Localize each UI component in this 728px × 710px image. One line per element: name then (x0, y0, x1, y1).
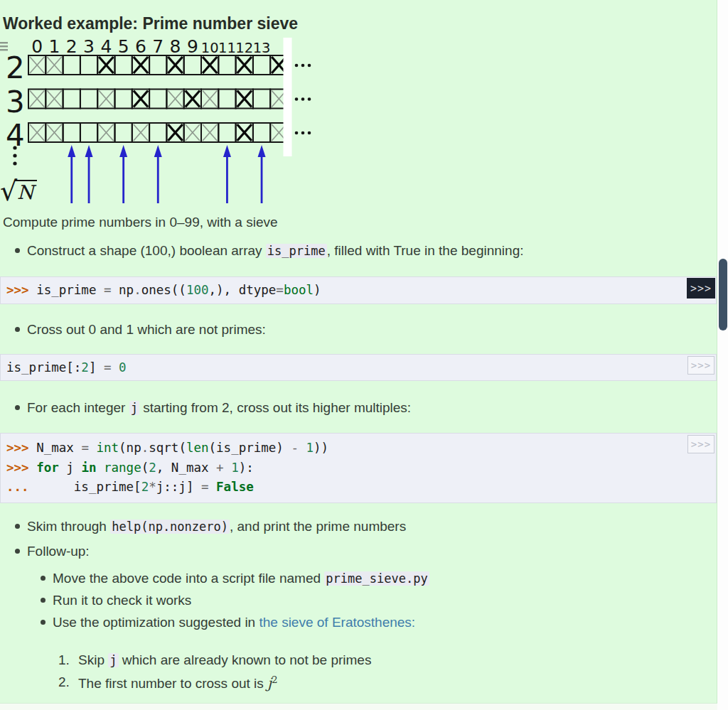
text-segment: Use the optimization suggested in (53, 615, 259, 630)
intro-text: Compute prime numbers in 0–99, with a si… (3, 215, 278, 230)
bullet-icon (41, 620, 46, 625)
list-item: Cross out 0 and 1 which are not primes: (27, 322, 688, 338)
svg-text:3: 3 (83, 36, 95, 57)
text-segment: Move the above code into a script file n… (53, 571, 324, 586)
toggle-prompts-button[interactable]: >>> (687, 435, 714, 453)
scrollbar-track[interactable] (717, 0, 728, 710)
bullet-icon (15, 549, 20, 554)
list-item: Move the above code into a script file n… (53, 571, 688, 586)
list-item: Follow-up: (27, 544, 688, 559)
text-segment: , and print the prime numbers (230, 519, 406, 534)
toggle-prompts-button[interactable]: >>> (687, 278, 715, 298)
list-item: Construct a shape (100,) boolean array i… (27, 243, 688, 259)
text-segment: Skip (78, 652, 108, 667)
text-segment: which are already known to not be primes (119, 652, 372, 667)
list-item: 1. Skip j which are already known to not… (78, 652, 688, 668)
svg-text:10: 10 (201, 40, 219, 56)
svg-text:N: N (17, 181, 37, 203)
code-block: >>> N_max = int(np.sqrt(len(is_prime) - … (0, 433, 717, 503)
bullet-icon (15, 405, 20, 410)
list-number: 1. (58, 652, 70, 668)
inline-code: prime_sieve.py (324, 571, 429, 586)
svg-text:1: 1 (48, 36, 60, 57)
svg-text:7: 7 (152, 36, 164, 57)
text-segment: Follow-up: (27, 544, 90, 559)
inline-link[interactable]: the sieve of Eratosthenes: (259, 615, 415, 630)
svg-text:6: 6 (135, 36, 146, 57)
bullet-icon (15, 248, 20, 253)
page-title: Worked example: Prime number sieve (3, 14, 298, 33)
toggle-prompts-button[interactable]: >>> (687, 356, 714, 375)
bullet-icon (15, 524, 20, 529)
svg-text:8: 8 (170, 36, 181, 57)
svg-text:12: 12 (235, 40, 253, 56)
svg-text:2: 2 (6, 50, 25, 85)
svg-text:11: 11 (218, 40, 236, 56)
bullet-icon (41, 598, 46, 603)
list-item: Skim through help(np.nonzero), and print… (27, 519, 688, 534)
inline-code: j (108, 653, 118, 667)
hamburger-icon (0, 45, 8, 47)
text-segment: Construct a shape (100,) boolean array (27, 243, 266, 258)
code-text: >>> N_max = int(np.sqrt(len(is_prime) - … (1, 434, 716, 497)
text-segment: Cross out 0 and 1 which are not primes: (27, 322, 266, 337)
text-segment: The first number to cross out is (78, 676, 267, 691)
text-segment: starting from 2, cross out its higher mu… (139, 400, 411, 415)
list-item: Run it to check it works (53, 593, 688, 608)
list-item: Use the optimization suggested in the si… (53, 615, 688, 630)
text-segment: , filled with True in the beginning: (327, 243, 524, 258)
text-segment: For each integer (27, 400, 129, 415)
svg-text:5: 5 (118, 36, 129, 57)
svg-text:9: 9 (187, 36, 198, 57)
hamburger-icon (0, 42, 8, 43)
svg-text:13: 13 (253, 40, 271, 56)
page-bottom-strip (0, 704, 717, 710)
svg-text:0: 0 (31, 36, 43, 57)
inline-code: j (129, 401, 139, 415)
bullet-icon (41, 576, 46, 581)
inline-code: help(np.nonzero) (110, 520, 230, 534)
code-text: is_prime[:2] = 0 (1, 355, 716, 378)
inline-code: is_prime (266, 244, 327, 258)
page: Worked example: Prime number sieve 01234… (0, 0, 728, 710)
prime-sieve-diagram: 012345678910111213234√N (0, 34, 316, 208)
list-number: 2. (58, 674, 70, 690)
svg-text:2: 2 (66, 36, 77, 57)
code-block: >>> is_prime = np.ones((100,), dtype=boo… (0, 276, 717, 304)
text-segment: 2 (272, 674, 277, 685)
scrollbar-thumb[interactable] (719, 259, 727, 330)
exercise-panel: Worked example: Prime number sieve 01234… (0, 0, 717, 704)
svg-text:4: 4 (100, 36, 112, 57)
code-block: is_prime[:2] = 0 >>> (0, 354, 717, 381)
bullet-icon (15, 327, 20, 332)
list-item: For each integer j starting from 2, cros… (27, 400, 688, 416)
text-segment: Skim through (27, 519, 110, 534)
svg-text:3: 3 (6, 85, 25, 119)
list-item: 2. The first number to cross out is j2 (78, 674, 688, 692)
code-text: >>> is_prime = np.ones((100,), dtype=boo… (1, 277, 716, 301)
text-segment: Run it to check it works (53, 593, 191, 608)
